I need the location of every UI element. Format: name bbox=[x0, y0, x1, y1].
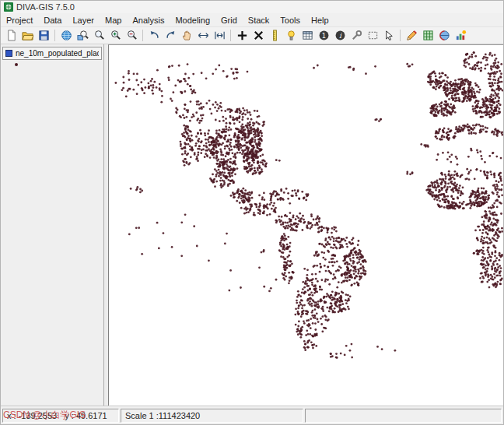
menu-project[interactable]: Project bbox=[1, 13, 38, 27]
grid-tool-icon bbox=[422, 30, 434, 41]
menu-analysis[interactable]: Analysis bbox=[127, 13, 170, 27]
toolbar-separator bbox=[142, 30, 143, 41]
main-content: ne_10m_populated_places bbox=[1, 44, 503, 406]
select-rectangle-button[interactable] bbox=[365, 28, 380, 44]
pan-hand-icon bbox=[181, 30, 193, 41]
layers-panel: ne_10m_populated_places bbox=[1, 44, 104, 406]
previous-view-button[interactable] bbox=[146, 28, 162, 44]
app-icon bbox=[4, 2, 13, 12]
measure-ruler-icon bbox=[269, 30, 281, 41]
climate-tool-button[interactable] bbox=[453, 28, 468, 44]
delete-feature-button[interactable] bbox=[250, 28, 266, 44]
next-view-button[interactable] bbox=[163, 28, 178, 44]
identify-button[interactable]: i bbox=[332, 28, 348, 44]
menu-help[interactable]: Help bbox=[306, 13, 334, 27]
pan-horizontal-button[interactable] bbox=[195, 28, 211, 44]
grid-tool-button[interactable] bbox=[420, 28, 436, 44]
toolbox-button[interactable] bbox=[348, 28, 364, 44]
delete-feature-icon bbox=[253, 30, 264, 41]
pan-extent-button[interactable] bbox=[212, 28, 227, 44]
flash-layer-button[interactable] bbox=[283, 28, 299, 44]
menu-tools[interactable]: Tools bbox=[275, 13, 306, 27]
add-feature-button[interactable] bbox=[234, 28, 250, 44]
menu-map[interactable]: Map bbox=[100, 13, 127, 27]
zoom-to-layer-icon bbox=[77, 30, 89, 41]
coordinate-y: y : 49.6171 bbox=[65, 411, 107, 420]
status-bar: x : -139.2553y : 49.6171 Scale 1 :111423… bbox=[1, 406, 503, 424]
next-view-icon bbox=[165, 30, 177, 41]
menu-layer[interactable]: Layer bbox=[68, 13, 100, 27]
new-project-icon bbox=[5, 30, 17, 41]
app-window: DIVA-GIS 7.5.0 Project Data Layer Map An… bbox=[0, 0, 504, 425]
zoom-full-extent-button[interactable] bbox=[58, 28, 74, 44]
statusbar-empty-cell bbox=[305, 409, 502, 423]
zoom-out-icon bbox=[126, 30, 138, 41]
projection-globe-icon bbox=[439, 30, 450, 41]
title-bar: DIVA-GIS 7.5.0 bbox=[1, 1, 503, 13]
identify-info-icon: i bbox=[334, 30, 346, 41]
add-feature-icon bbox=[236, 30, 248, 41]
coordinate-x: x : -139.2553 bbox=[7, 411, 57, 420]
zoom-full-extent-icon bbox=[61, 30, 72, 41]
pan-extent-icon bbox=[214, 30, 226, 41]
layer-symbol-dot bbox=[15, 63, 18, 66]
open-project-button[interactable] bbox=[19, 28, 35, 44]
info-1-icon: 1 bbox=[318, 30, 330, 41]
design-pencil-icon bbox=[406, 30, 418, 41]
select-rectangle-icon bbox=[367, 30, 379, 41]
svg-text:1: 1 bbox=[321, 32, 325, 40]
menu-data[interactable]: Data bbox=[38, 13, 67, 27]
layer-visibility-checkbox[interactable] bbox=[5, 50, 12, 57]
window-title: DIVA-GIS 7.5.0 bbox=[16, 1, 75, 13]
menu-stack[interactable]: Stack bbox=[243, 13, 275, 27]
menu-grid[interactable]: Grid bbox=[215, 13, 243, 27]
zoom-window-button[interactable] bbox=[91, 28, 107, 44]
open-project-icon bbox=[22, 30, 33, 41]
new-project-button[interactable] bbox=[3, 28, 19, 44]
pan-button[interactable] bbox=[179, 28, 194, 44]
design-tool-button[interactable] bbox=[404, 28, 419, 44]
flash-bulb-icon bbox=[285, 30, 297, 41]
zoom-in-icon bbox=[110, 30, 121, 41]
climate-chart-icon bbox=[455, 30, 467, 41]
toolbar-separator bbox=[400, 30, 401, 41]
map-canvas[interactable] bbox=[109, 45, 503, 406]
pointer-query-button[interactable] bbox=[381, 28, 397, 44]
info-1-button[interactable]: 1 bbox=[316, 28, 331, 44]
projection-tool-button[interactable] bbox=[436, 28, 452, 44]
toolbox-wrench-icon bbox=[351, 30, 362, 41]
coordinates-cell: x : -139.2553y : 49.6171 bbox=[2, 409, 119, 423]
measure-button[interactable] bbox=[267, 28, 282, 44]
toolbar-separator bbox=[54, 30, 55, 41]
menu-bar: Project Data Layer Map Analysis Modeling… bbox=[1, 13, 503, 27]
zoom-window-icon bbox=[93, 30, 105, 41]
zoom-in-button[interactable] bbox=[107, 28, 123, 44]
pan-horizontal-icon bbox=[198, 30, 209, 41]
attribute-table-icon bbox=[302, 30, 313, 41]
toolbar: 1 i bbox=[1, 27, 503, 44]
zoom-to-layer-button[interactable] bbox=[75, 28, 90, 44]
save-project-icon bbox=[38, 30, 50, 41]
previous-view-icon bbox=[149, 30, 160, 41]
attribute-table-button[interactable] bbox=[299, 28, 315, 44]
zoom-out-button[interactable] bbox=[124, 28, 139, 44]
toolbar-separator bbox=[230, 30, 231, 41]
menu-modeling[interactable]: Modeling bbox=[170, 13, 215, 27]
pointer-query-icon bbox=[383, 30, 395, 41]
layer-name: ne_10m_populated_places bbox=[16, 49, 99, 58]
save-project-button[interactable] bbox=[36, 28, 51, 44]
layer-item[interactable]: ne_10m_populated_places bbox=[2, 47, 102, 60]
map-viewport bbox=[108, 44, 503, 406]
scale-cell: Scale 1 :111423420 bbox=[121, 409, 303, 423]
